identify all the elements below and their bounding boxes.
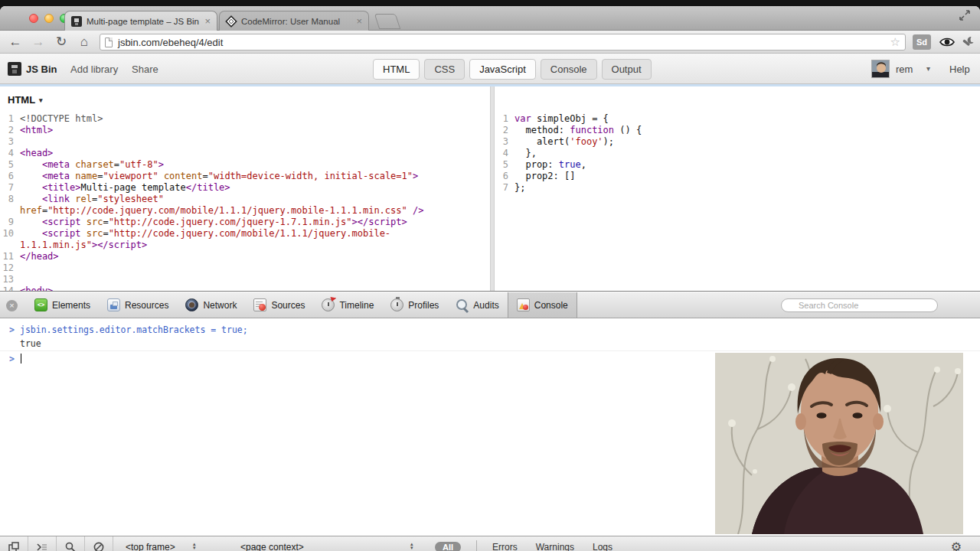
search-button[interactable] bbox=[57, 536, 85, 551]
devtools-toolbar: × ElementsResourcesNetworkSourcesTimelin… bbox=[0, 292, 980, 318]
html-panel[interactable]: HTML ▾ 1<!DOCTYPE html>2<html>34<head>5 … bbox=[0, 86, 490, 291]
browser-tab-jsbin[interactable]: Multi-page template – JS Bin × bbox=[64, 11, 217, 31]
code-line: 10 <script src="http://code.jquery.com/m… bbox=[0, 228, 490, 240]
tab-close-icon[interactable]: × bbox=[356, 18, 362, 25]
new-tab-button[interactable] bbox=[374, 14, 400, 29]
extension-sd-button[interactable]: Sd bbox=[913, 34, 931, 50]
console-command: >jsbin.settings.editor.matchBrackets = t… bbox=[0, 322, 980, 337]
chevron-down-icon: ▾ bbox=[39, 96, 43, 104]
devtools-tab-timeline[interactable]: Timeline bbox=[313, 292, 382, 318]
jsbin-tab-css[interactable]: CSS bbox=[424, 59, 465, 80]
select-arrows-icon: ▴▾ bbox=[410, 542, 413, 549]
devtools-tab-audits[interactable]: Audits bbox=[447, 292, 507, 318]
clear-console-icon[interactable] bbox=[85, 536, 113, 551]
username[interactable]: rem bbox=[896, 64, 913, 75]
eye-icon[interactable] bbox=[939, 35, 956, 49]
browser-toolbar: ← → ↻ ⌂ jsbin.com/ebeheq/4/edit ☆ Sd bbox=[0, 31, 980, 54]
browser-tab-strip: Multi-page template – JS Bin × CodeMirro… bbox=[0, 6, 980, 31]
devtools-tab-network[interactable]: Network bbox=[177, 292, 245, 318]
filter-warnings[interactable]: Warnings bbox=[536, 542, 574, 551]
reload-button[interactable]: ↻ bbox=[52, 33, 70, 51]
address-bar[interactable]: jsbin.com/ebeheq/4/edit ☆ bbox=[100, 34, 906, 51]
elements-icon bbox=[34, 298, 47, 311]
devtools-close-icon[interactable]: × bbox=[6, 300, 18, 311]
jsbin-brand[interactable]: JS Bin bbox=[26, 64, 57, 75]
html-panel-header[interactable]: HTML ▾ bbox=[8, 94, 43, 106]
console-chevron-icon: > bbox=[9, 324, 20, 335]
code-line: 6 <meta name="viewport" content="width=d… bbox=[0, 171, 490, 182]
html-code[interactable]: 1<!DOCTYPE html>2<html>34<head>5 <meta c… bbox=[0, 113, 490, 291]
add-library-menu[interactable]: Add library bbox=[70, 64, 118, 75]
jsbin-panel-tabs: HTMLCSSJavaScriptConsoleOutput bbox=[373, 59, 652, 80]
code-line: 9 <script src="http://code.jquery.com/jq… bbox=[0, 217, 490, 228]
html-panel-label: HTML bbox=[8, 94, 35, 106]
devtools-tab-label: Timeline bbox=[339, 300, 374, 311]
tab-title: CodeMirror: User Manual bbox=[241, 17, 351, 26]
forward-button[interactable]: → bbox=[29, 33, 47, 51]
code-line: 11</head> bbox=[0, 251, 490, 262]
text-cursor bbox=[21, 354, 21, 364]
javascript-panel[interactable]: 1var simpleObj = {2 method: function () … bbox=[495, 86, 980, 291]
js-code[interactable]: 1var simpleObj = {2 method: function () … bbox=[495, 113, 980, 194]
home-button[interactable]: ⌂ bbox=[75, 33, 93, 51]
bookmark-star-icon[interactable]: ☆ bbox=[890, 35, 900, 49]
gear-icon[interactable]: ⚙ bbox=[951, 540, 962, 551]
select-arrows-icon: ▴▾ bbox=[193, 542, 196, 549]
search-console-input[interactable] bbox=[781, 298, 938, 312]
network-icon bbox=[185, 298, 198, 311]
devtools-tab-label: Profiles bbox=[408, 300, 439, 311]
jsbin-tab-output[interactable]: Output bbox=[602, 59, 652, 80]
share-menu[interactable]: Share bbox=[132, 64, 158, 75]
console-text: jsbin.settings.editor.matchBrackets = tr… bbox=[20, 324, 248, 335]
screen: Multi-page template – JS Bin × CodeMirro… bbox=[0, 0, 980, 551]
devtools-tab-elements[interactable]: Elements bbox=[26, 292, 99, 318]
editor-panels: HTML ▾ 1<!DOCTYPE html>2<html>34<head>5 … bbox=[0, 86, 980, 291]
resources-icon bbox=[107, 298, 120, 311]
devtools-tab-label: Sources bbox=[271, 300, 305, 311]
code-line: 2 method: function () { bbox=[495, 125, 980, 136]
code-line: 1<!DOCTYPE html> bbox=[0, 113, 490, 125]
user-menu-caret-icon[interactable]: ▾ bbox=[926, 64, 930, 73]
jsbin-tab-html[interactable]: HTML bbox=[373, 59, 420, 80]
code-line: 7 <title>Multi-page template</title> bbox=[0, 182, 490, 194]
devtools-tab-sources[interactable]: Sources bbox=[245, 292, 313, 318]
filter-all[interactable]: All bbox=[435, 542, 461, 551]
divider bbox=[476, 540, 477, 551]
back-button[interactable]: ← bbox=[6, 33, 24, 51]
minimize-window-button[interactable] bbox=[44, 14, 54, 23]
dock-side-button[interactable] bbox=[0, 536, 28, 551]
code-line: 4 }, bbox=[495, 148, 980, 159]
devtools-statusbar: <top frame> ▴▾ <page context> ▴▾ AllErro… bbox=[0, 536, 980, 551]
close-window-button[interactable] bbox=[29, 14, 38, 23]
jsbin-tab-javascript[interactable]: JavaScript bbox=[469, 59, 536, 80]
jsbin-tab-console[interactable]: Console bbox=[541, 59, 597, 80]
console-icon bbox=[517, 298, 530, 311]
console-text: true bbox=[20, 338, 41, 349]
code-line: 6 prop2: [] bbox=[495, 171, 980, 182]
devtools-tab-resources[interactable]: Resources bbox=[99, 292, 177, 318]
browser-window: Multi-page template – JS Bin × CodeMirro… bbox=[0, 6, 980, 551]
wrench-icon[interactable] bbox=[960, 35, 975, 50]
sources-icon bbox=[253, 298, 266, 311]
devtools-tab-profiles[interactable]: Profiles bbox=[382, 292, 447, 318]
fullscreen-icon[interactable] bbox=[959, 9, 971, 21]
tab-close-icon[interactable]: × bbox=[204, 18, 211, 25]
tab-title: Multi-page template – JS Bin bbox=[87, 17, 200, 26]
context-select[interactable]: <page context> bbox=[236, 536, 416, 551]
show-console-button[interactable] bbox=[28, 536, 57, 551]
devtools-tab-label: Audits bbox=[473, 300, 498, 311]
browser-tab-codemirror[interactable]: CodeMirror: User Manual × bbox=[219, 11, 369, 31]
audits-icon bbox=[456, 298, 469, 311]
devtools-tab-console[interactable]: Console bbox=[508, 292, 577, 318]
code-line: 5 prop: true, bbox=[495, 159, 980, 171]
devtools-tabs: ElementsResourcesNetworkSourcesTimelineP… bbox=[26, 292, 577, 318]
avatar[interactable] bbox=[871, 60, 890, 78]
help-link[interactable]: Help bbox=[949, 64, 970, 75]
console-filters: AllErrorsWarningsLogs bbox=[435, 536, 612, 551]
filter-logs[interactable]: Logs bbox=[593, 542, 612, 551]
jsbin-favicon bbox=[71, 16, 82, 27]
page-icon bbox=[105, 37, 113, 47]
jsbin-logo[interactable] bbox=[8, 62, 21, 76]
codemirror-favicon bbox=[225, 15, 237, 28]
filter-errors[interactable]: Errors bbox=[492, 542, 518, 551]
